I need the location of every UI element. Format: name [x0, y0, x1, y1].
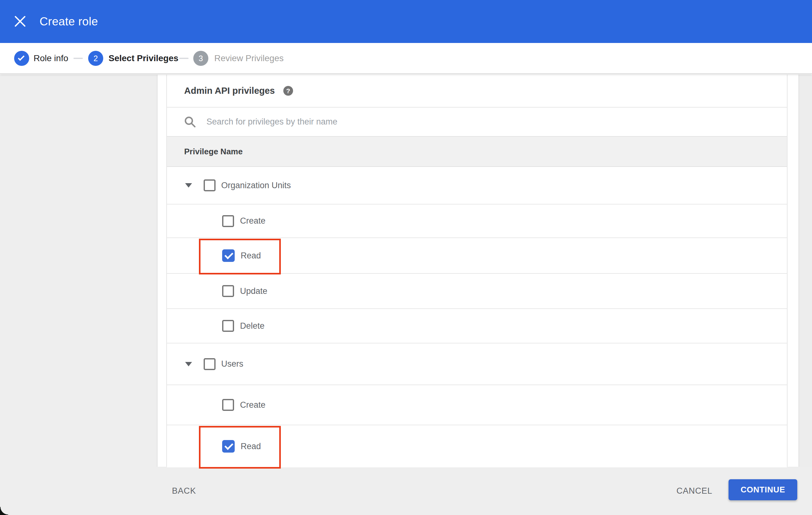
privilege-checkbox[interactable] — [222, 249, 235, 262]
privilege-label: Delete — [240, 321, 264, 331]
table-row: Organization Units — [167, 167, 787, 205]
privilege-checkbox[interactable] — [222, 285, 234, 297]
wizard-stepper: Role info 2 Select Privileges 3 Review P… — [0, 43, 812, 74]
search-bar — [167, 108, 787, 136]
stepper-connector — [179, 58, 188, 59]
privilege-label: Read — [241, 251, 261, 261]
privilege-label: Update — [240, 286, 267, 296]
close-icon[interactable] — [13, 14, 27, 28]
table-row: Read — [167, 238, 787, 274]
step3-label: Review Privileges — [214, 43, 284, 73]
privilege-label: Organization Units — [221, 181, 291, 190]
expand-arrow-icon[interactable] — [185, 183, 192, 187]
step1-label[interactable]: Role info — [34, 43, 68, 73]
highlight-box — [199, 426, 281, 468]
table-row: Users — [167, 343, 787, 385]
table-row: Read — [167, 425, 787, 467]
privilege-checkbox[interactable] — [204, 358, 215, 370]
panel-heading-row: Admin API privileges ? — [167, 74, 787, 107]
privileges-panel: Admin API privileges ? Privilege Name Or… — [166, 74, 787, 467]
scrollbar-track[interactable] — [799, 74, 812, 467]
step1-check-icon — [14, 51, 29, 66]
privilege-checkbox[interactable] — [222, 440, 235, 453]
expand-arrow-icon[interactable] — [185, 362, 192, 366]
privilege-checkbox[interactable] — [222, 215, 234, 227]
stepper-connector — [74, 58, 83, 59]
privilege-checkbox[interactable] — [222, 399, 234, 411]
window-corner — [0, 507, 8, 515]
continue-button[interactable]: CONTINUE — [729, 479, 797, 500]
privilege-label: Create — [240, 216, 265, 226]
search-input[interactable] — [206, 117, 787, 127]
privilege-label: Users — [221, 359, 243, 369]
help-icon[interactable]: ? — [283, 86, 293, 96]
column-header-privilege-name: Privilege Name — [184, 147, 242, 156]
table-row: Delete — [167, 309, 787, 343]
highlight-box — [199, 239, 281, 274]
footer-bar: BACK CANCEL CONTINUE — [0, 467, 812, 515]
panel-heading: Admin API privileges — [184, 86, 275, 96]
table-row: Create — [167, 205, 787, 238]
privileges-table: Organization Units Create Read Update De… — [167, 167, 787, 467]
table-row: Update — [167, 274, 787, 309]
table-header: Privilege Name — [167, 136, 787, 167]
privilege-checkbox[interactable] — [222, 320, 234, 332]
cancel-button[interactable]: CANCEL — [676, 467, 712, 515]
privilege-checkbox[interactable] — [204, 179, 215, 191]
step2-number: 2 — [88, 51, 103, 66]
app-bar: Create role — [0, 0, 812, 43]
search-icon — [184, 116, 196, 128]
left-sidebar — [0, 74, 157, 467]
back-button[interactable]: BACK — [172, 467, 196, 515]
table-row: Create — [167, 385, 787, 425]
privilege-label: Create — [240, 400, 265, 410]
step3-number: 3 — [193, 51, 208, 66]
privilege-label: Read — [241, 442, 261, 451]
step2-label[interactable]: Select Privileges — [109, 43, 178, 73]
page-title: Create role — [39, 0, 98, 43]
